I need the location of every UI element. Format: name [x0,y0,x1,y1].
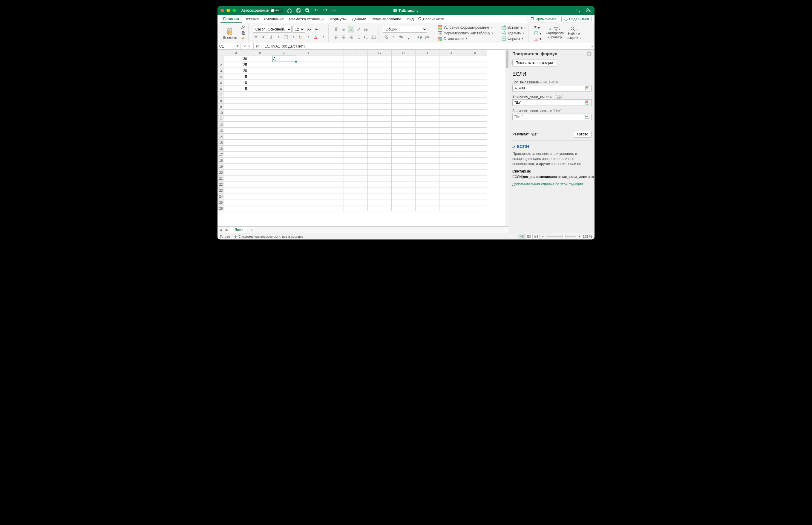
spreadsheet-grid[interactable]: ABCDEFGHIJK130Да225320415510657891011121… [218,50,487,211]
cell-D24[interactable] [296,193,320,199]
cell-A17[interactable] [224,152,248,158]
cell-D22[interactable] [296,181,320,188]
cell-I10[interactable] [416,110,439,116]
cell-H17[interactable] [392,152,416,158]
cell-I2[interactable] [416,62,439,68]
more-icon[interactable]: ⋯ [331,7,337,13]
cell-K23[interactable] [463,188,487,193]
cell-G19[interactable] [368,164,392,169]
cell-I11[interactable] [416,116,439,122]
cell-J6[interactable] [439,86,463,92]
cell-F18[interactable] [344,158,368,164]
cell-G4[interactable] [368,74,392,80]
cell-D17[interactable] [296,152,320,158]
close-pane-icon[interactable]: ✕ [587,51,592,56]
cell-F25[interactable] [344,199,368,205]
cell-C5[interactable] [272,80,296,86]
align-bottom-icon[interactable] [348,26,354,33]
cell-I5[interactable] [416,80,439,86]
cell-F7[interactable] [344,92,368,98]
cell-I19[interactable] [416,164,439,169]
cell-D2[interactable] [296,62,320,68]
cell-D1[interactable] [296,56,320,62]
cell-E26[interactable] [320,205,344,211]
cell-H21[interactable] [392,176,416,181]
cell-G8[interactable] [368,98,392,104]
cell-G1[interactable] [368,56,392,62]
cell-H24[interactable] [392,193,416,199]
cell-D13[interactable] [296,127,320,134]
cell-G5[interactable] [368,80,392,86]
cell-B20[interactable] [248,169,272,176]
cell-D18[interactable] [296,158,320,164]
cell-E6[interactable] [320,86,344,92]
cell-E14[interactable] [320,134,344,140]
cell-I14[interactable] [416,134,439,140]
help-link[interactable]: Дополнительная справка по этой функции [512,182,592,186]
cell-B22[interactable] [248,181,272,188]
sheet-nav-next-icon[interactable]: ▶ [224,228,230,232]
cell-H12[interactable] [392,122,416,127]
cell-E5[interactable] [320,80,344,86]
select-all-corner[interactable] [218,50,224,56]
cell-K11[interactable] [463,116,487,122]
cell-F12[interactable] [344,122,368,127]
cell-C1[interactable]: Да [272,56,296,62]
cell-H16[interactable] [392,146,416,152]
cell-E24[interactable] [320,193,344,199]
cell-H11[interactable] [392,116,416,122]
cell-H6[interactable] [392,86,416,92]
cell-E25[interactable] [320,199,344,205]
cell-E18[interactable] [320,158,344,164]
cell-J23[interactable] [439,188,463,193]
cell-B19[interactable] [248,164,272,169]
cell-D25[interactable] [296,199,320,205]
cell-D26[interactable] [296,205,320,211]
cell-C15[interactable] [272,140,296,146]
col-header-A[interactable]: A [224,50,248,56]
font-name-select[interactable]: Calibri (Основной... [253,26,292,33]
cell-C6[interactable] [272,86,296,92]
cell-K15[interactable] [463,140,487,146]
cell-H19[interactable] [392,164,416,169]
tab-insert[interactable]: Вставка [242,15,261,23]
align-center-icon[interactable] [340,34,347,40]
cell-C8[interactable] [272,98,296,104]
cell-F14[interactable] [344,134,368,140]
cell-G15[interactable] [368,140,392,146]
cell-K6[interactable] [463,86,487,92]
row-header-26[interactable]: 26 [218,205,224,211]
cell-G11[interactable] [368,116,392,122]
zoom-level[interactable]: 125 % [583,235,592,238]
cell-I8[interactable] [416,98,439,104]
row-header-15[interactable]: 15 [218,140,224,146]
cell-C24[interactable] [272,193,296,199]
cell-E3[interactable] [320,68,344,74]
cell-G12[interactable] [368,122,392,127]
cell-B16[interactable] [248,146,272,152]
col-header-C[interactable]: C [272,50,296,56]
cell-C16[interactable] [272,146,296,152]
home-icon[interactable] [286,7,293,13]
cell-F11[interactable] [344,116,368,122]
cell-H18[interactable] [392,158,416,164]
cell-G23[interactable] [368,188,392,193]
arg-input-1[interactable]: "Да" [512,99,592,106]
cell-G26[interactable] [368,205,392,211]
cell-H4[interactable] [392,74,416,80]
cell-I4[interactable] [416,74,439,80]
comments-button[interactable]: Примечания [528,16,559,22]
cell-K2[interactable] [463,62,487,68]
cell-B9[interactable] [248,104,272,110]
cell-D7[interactable] [296,92,320,98]
decrease-decimal-icon[interactable]: .00.0 [424,34,430,40]
cell-K14[interactable] [463,134,487,140]
show-all-functions-button[interactable]: Показать все функции [512,59,556,66]
cell-F15[interactable] [344,140,368,146]
document-title[interactable]: X Таблица ⌄ [393,9,419,13]
cell-A21[interactable] [224,176,248,181]
row-header-2[interactable]: 2 [218,62,224,68]
row-header-20[interactable]: 20 [218,169,224,176]
cell-A20[interactable] [224,169,248,176]
cell-J21[interactable] [439,176,463,181]
